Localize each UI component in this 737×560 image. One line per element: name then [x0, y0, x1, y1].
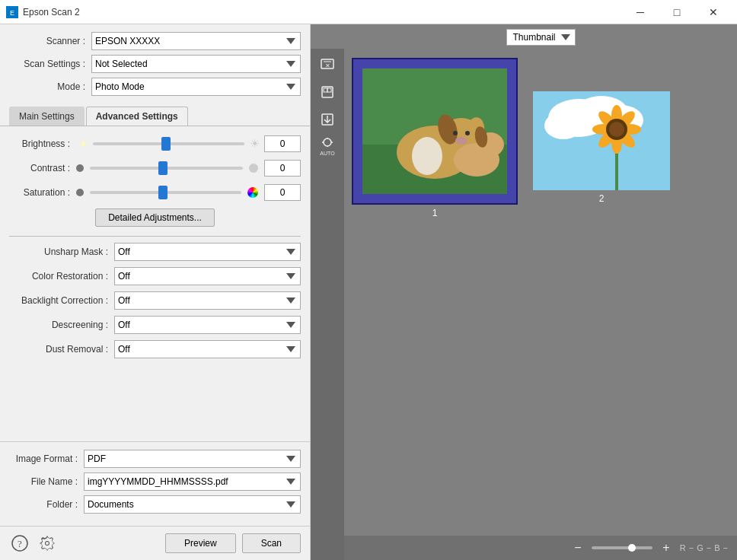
descreening-select[interactable]: Off [114, 316, 301, 334]
svg-point-26 [412, 137, 442, 175]
settings-tabs: Main Settings Advanced Settings [0, 107, 310, 126]
scanner-row: Scanner : EPSON XXXXX [9, 32, 301, 50]
svg-rect-8 [324, 88, 327, 92]
folder-label: Folder : [9, 499, 78, 510]
file-name-label: File Name : [9, 476, 78, 487]
saturation-track[interactable] [90, 191, 241, 194]
preview-sidebar: ✕ [311, 49, 344, 560]
contrast-high-icon [249, 164, 258, 173]
title-bar: E Epson Scan 2 ─ □ ✕ [0, 0, 737, 24]
b-label: B [714, 543, 719, 552]
scanner-select[interactable]: EPSON XXXXX [91, 32, 301, 50]
contrast-input[interactable]: 0 [264, 160, 301, 177]
close-preview-button[interactable]: ✕ [314, 52, 341, 78]
right-panel-inner: Thumbnail Normal [344, 24, 737, 560]
scan-settings-select[interactable]: Not Selected [91, 55, 301, 73]
saturation-row: Saturation : 0 [9, 184, 301, 201]
g-dash: − [707, 543, 711, 552]
view-mode-select[interactable]: Thumbnail Normal [506, 29, 576, 46]
app-title: Epson Scan 2 [23, 7, 623, 18]
image-format-row: Image Format : PDF [9, 450, 301, 468]
scan-area-button[interactable] [314, 79, 341, 105]
close-button[interactable]: ✕ [696, 0, 731, 24]
dust-removal-select[interactable]: Off [114, 340, 301, 358]
saturation-label: Saturation : [9, 187, 70, 198]
brightness-bright-icon: ☀ [247, 137, 261, 151]
contrast-label: Contrast : [9, 163, 70, 173]
dog-image [362, 68, 507, 194]
folder-row: Folder : Documents [9, 495, 301, 514]
rgb-bar: R − G − B − [680, 543, 728, 552]
help-button[interactable]: ? [9, 533, 30, 554]
color-restoration-select[interactable]: Off [114, 267, 301, 285]
preview-button[interactable]: Preview [165, 533, 236, 553]
contrast-thumb[interactable] [158, 161, 168, 175]
left-panel: Scanner : EPSON XXXXX Scan Settings : No… [0, 24, 311, 560]
dust-removal-label: Dust Removal : [9, 344, 108, 355]
file-name-row: File Name : imgYYYYMMDD_HHMMSSSS.pdf [9, 473, 301, 491]
zoom-slider[interactable] [592, 546, 652, 549]
brightness-input[interactable]: 0 [264, 135, 301, 152]
contrast-row: Contrast : 0 [9, 160, 301, 177]
mode-label: Mode : [9, 81, 85, 92]
window-controls: ─ □ ✕ [623, 0, 731, 24]
brightness-thumb[interactable] [161, 137, 171, 151]
minimize-button[interactable]: ─ [623, 0, 658, 24]
svg-rect-9 [327, 88, 331, 92]
thumbnail-item-2[interactable]: 2 [533, 91, 670, 528]
zoom-in-button[interactable]: + [659, 540, 674, 555]
svg-point-12 [324, 138, 331, 146]
mode-select[interactable]: Photo Mode [91, 78, 301, 96]
maximize-button[interactable]: □ [659, 0, 694, 24]
descreening-label: Descreening : [9, 320, 108, 330]
zoom-slider-thumb[interactable] [628, 544, 636, 552]
advanced-settings-panel: Brightness : ☀ ☀ 0 Contrast : [0, 126, 310, 441]
main-layout: Scanner : EPSON XXXXX Scan Settings : No… [0, 24, 737, 560]
tab-main-settings[interactable]: Main Settings [9, 107, 85, 126]
thumbnail-item-1[interactable]: 1 [352, 58, 518, 528]
unsharp-mask-select[interactable]: Off [114, 243, 301, 261]
right-panel: ✕ [311, 24, 737, 560]
backlight-correction-row: Backlight Correction : Off [9, 291, 301, 310]
backlight-correction-select[interactable]: Off [114, 291, 301, 310]
saturation-input[interactable]: 0 [264, 184, 301, 201]
descreening-row: Descreening : Off [9, 316, 301, 334]
app-icon: E [6, 6, 18, 18]
thumbnail-card-1[interactable] [352, 58, 518, 205]
save-button[interactable] [314, 107, 341, 132]
thumbnail-card-2[interactable] [533, 91, 670, 190]
svg-point-25 [455, 137, 467, 145]
svg-point-34 [544, 112, 582, 139]
scan-settings-row: Scan Settings : Not Selected [9, 55, 301, 73]
brightness-sun-icon: ☀ [76, 138, 90, 150]
action-icons: ? [9, 533, 159, 554]
g-label: G [697, 543, 704, 552]
zoom-bar: − + R − G − B − [344, 536, 737, 560]
auto-label: AUTO [320, 151, 334, 156]
brightness-label: Brightness : [9, 138, 70, 149]
settings-gear-button[interactable] [37, 533, 58, 554]
thumbnail-num-2: 2 [599, 193, 605, 204]
detailed-adjustments-button[interactable]: Detailed Adjustments... [95, 208, 215, 227]
tab-advanced-settings[interactable]: Advanced Settings [86, 107, 188, 126]
brightness-row: Brightness : ☀ ☀ 0 [9, 135, 301, 152]
folder-select[interactable]: Documents [84, 495, 301, 514]
action-bar: ? Preview Scan [0, 526, 310, 560]
scan-button[interactable]: Scan [242, 533, 301, 553]
file-name-select[interactable]: imgYYYYMMDD_HHMMSSSS.pdf [84, 473, 301, 491]
scanner-settings-section: Scanner : EPSON XXXXX Scan Settings : No… [0, 24, 310, 105]
zoom-out-button[interactable]: − [570, 540, 585, 555]
saturation-thumb[interactable] [158, 186, 168, 199]
image-format-select[interactable]: PDF [84, 450, 301, 468]
auto-button[interactable]: AUTO [314, 134, 341, 160]
contrast-track[interactable] [90, 167, 243, 170]
contrast-low-icon [76, 164, 84, 172]
svg-point-23 [453, 131, 458, 135]
svg-point-45 [609, 122, 624, 137]
scan-settings-label: Scan Settings : [9, 59, 85, 69]
unsharp-mask-label: Unsharp Mask : [9, 247, 108, 257]
r-label: R [680, 543, 686, 552]
brightness-track[interactable] [93, 142, 244, 145]
left-panel-content: Brightness : ☀ ☀ 0 Contrast : [0, 126, 310, 560]
mode-row: Mode : Photo Mode [9, 78, 301, 96]
